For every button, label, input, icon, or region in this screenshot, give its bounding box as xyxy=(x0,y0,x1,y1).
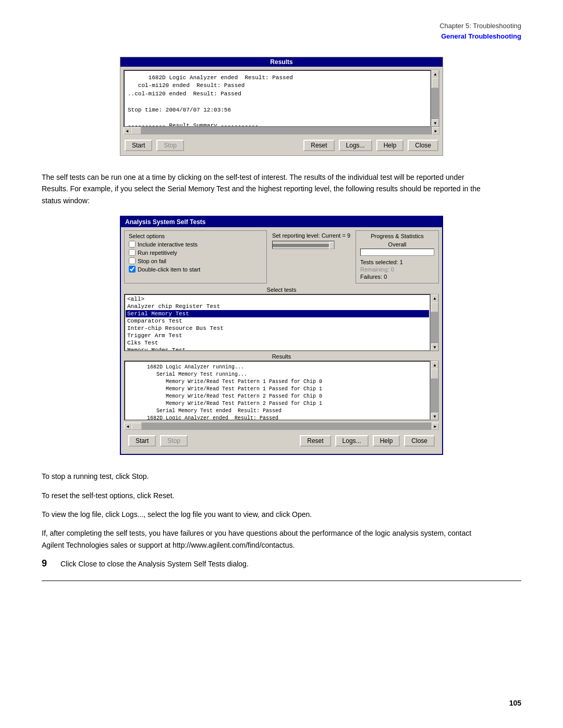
first-dialog-buttons: Start Stop Reset Logs... Help Close xyxy=(120,138,443,155)
page-divider xyxy=(42,581,521,581)
r-line-5: Memory Write/Read Test Pattern 2 Passed … xyxy=(128,393,426,400)
first-help-button[interactable]: Help xyxy=(376,140,404,151)
test-item-register[interactable]: Analyzer chip Register Test xyxy=(126,303,429,310)
first-results-dialog: Results 1682D Logic Analyzer ended Resul… xyxy=(120,57,443,156)
page-number: 105 xyxy=(509,699,521,707)
results-line-4 xyxy=(128,98,427,106)
second-results-wrapper: 1682D Logic Analyzer running... Serial M… xyxy=(124,361,439,421)
tests-scroll-thumb[interactable] xyxy=(431,302,438,312)
checkbox-repetitive-label: Run repetitively xyxy=(138,250,177,256)
checkbox-repetitive-input[interactable] xyxy=(129,249,136,256)
test-item-memory-modes[interactable]: Memory Modes Test xyxy=(126,347,429,351)
first-dialog-title: Results xyxy=(120,57,443,67)
slider-track xyxy=(273,244,334,247)
first-start-button[interactable]: Start xyxy=(125,140,152,151)
remaining-stat: Remaining: 0 xyxy=(360,266,434,273)
scroll-right-arrow[interactable]: ► xyxy=(432,127,439,134)
checkbox-repetitive: Run repetitively xyxy=(129,249,262,256)
reporting-slider-container[interactable] xyxy=(272,241,335,249)
results-h-thumb[interactable] xyxy=(131,423,142,430)
tests-list-area: <all> Analyzer chip Register Test Serial… xyxy=(124,294,439,351)
checkbox-interactive-label: Include interactive tests xyxy=(138,241,198,248)
test-item-comparators[interactable]: Comparators Test xyxy=(126,317,429,325)
second-logs-button[interactable]: Logs... xyxy=(335,435,369,447)
results-scroll-down[interactable]: ▼ xyxy=(431,413,438,420)
step-9-text: Click Close to close the Analysis System… xyxy=(60,558,249,570)
first-close-button[interactable]: Close xyxy=(408,140,438,151)
second-reset-button[interactable]: Reset xyxy=(300,435,331,447)
scroll-track xyxy=(432,78,439,119)
slider-thumb[interactable] xyxy=(329,242,334,249)
tests-scroll-up[interactable]: ▲ xyxy=(431,294,438,302)
results-line-2: col-mi120 ended Result: Passed xyxy=(128,82,427,90)
checkbox-double-click-input[interactable] xyxy=(129,266,136,273)
second-stop-button[interactable]: Stop xyxy=(160,435,188,447)
r-line-3: Memory Write/Read Test Pattern 1 Passed … xyxy=(128,378,426,386)
checkbox-stop-fail: Stop on fail xyxy=(129,257,262,264)
second-close-button[interactable]: Close xyxy=(404,435,435,447)
second-start-button[interactable]: Start xyxy=(128,435,156,447)
tests-list-scrollbar-v[interactable]: ▲ ▼ xyxy=(431,294,439,351)
first-reset-button[interactable]: Reset xyxy=(303,140,334,151)
tests-scroll-track xyxy=(431,302,438,343)
overall-progress-bar xyxy=(360,249,434,256)
scroll-h-thumb[interactable] xyxy=(131,127,141,134)
test-item-clks[interactable]: Clks Test xyxy=(126,339,429,347)
reporting-area: Set reporting level: Current = 9 xyxy=(270,230,352,283)
progress-stats-group: Progress & Statistics Overall Tests sele… xyxy=(356,230,439,283)
test-item-serial-memory[interactable]: Serial Memory Test xyxy=(126,310,429,317)
step-9-number: 9 xyxy=(42,558,60,569)
overall-label: Overall xyxy=(360,241,434,248)
para-reset: To reset the self-test options, click Re… xyxy=(42,490,490,501)
results-line-5: Stop time: 2004/07/07 12:03:56 xyxy=(128,106,427,114)
para-logs: To view the log file, click Logs..., sel… xyxy=(42,509,490,520)
first-dialog-scrollbar-h[interactable]: ◄ ► xyxy=(124,127,439,135)
results-scroll-up[interactable]: ▲ xyxy=(431,361,438,368)
second-results-scrollbar-h[interactable]: ◄ ► xyxy=(124,423,439,431)
tests-scroll-down[interactable]: ▼ xyxy=(431,343,438,351)
para-failures: If, after completing the self tests, you… xyxy=(42,527,490,551)
step-9-container: 9 Click Close to close the Analysis Syst… xyxy=(42,558,490,570)
second-results-label: Results xyxy=(124,353,439,360)
checkbox-stop-fail-label: Stop on fail xyxy=(138,258,166,264)
first-logs-button[interactable]: Logs... xyxy=(339,140,372,151)
r-line-7: Serial Memory Test ended Result: Passed xyxy=(128,408,426,415)
select-options-group: Select options Include interactive tests… xyxy=(124,230,267,283)
results-line-6 xyxy=(128,114,427,122)
results-scroll-right[interactable]: ► xyxy=(432,423,439,430)
second-dialog-buttons: Start Stop Reset Logs... Help Close xyxy=(124,433,439,451)
checkbox-stop-fail-input[interactable] xyxy=(129,257,136,264)
r-line-6: Memory Write/Read Test Pattern 2 Passed … xyxy=(128,400,426,408)
tests-listbox[interactable]: <all> Analyzer chip Register Test Serial… xyxy=(124,294,431,351)
select-options-label: Select options xyxy=(129,233,262,239)
first-dialog-scrollbar-v[interactable]: ▲ ▼ xyxy=(431,70,439,127)
r-line-1: 1682D Logic Analyzer running... xyxy=(128,364,426,371)
scroll-down-arrow[interactable]: ▼ xyxy=(432,119,439,127)
checkbox-double-click-label: Double-click item to start xyxy=(138,266,200,273)
test-item-interchip[interactable]: Inter-chip Resource Bus Test xyxy=(126,325,429,332)
failures-stat: Failures: 0 xyxy=(360,274,434,280)
self-tests-dialog: Analysis System Self Tests Select option… xyxy=(120,216,443,455)
results-scroll-left[interactable]: ◄ xyxy=(124,423,131,430)
results-scroll-track xyxy=(431,368,438,413)
tests-selected-stat: Tests selected: 1 xyxy=(360,259,434,265)
results-line-3: ..col-mi120 ended Result: Passed xyxy=(128,90,427,98)
scroll-h-track xyxy=(131,127,432,134)
checkbox-interactive-input[interactable] xyxy=(129,241,136,248)
results-line-7: ----------- Result Summary ----------- xyxy=(128,122,427,127)
results-h-track xyxy=(131,423,432,430)
scroll-up-arrow[interactable]: ▲ xyxy=(432,70,439,78)
select-tests-label: Select tests xyxy=(124,287,439,293)
results-scroll-thumb[interactable] xyxy=(431,368,438,379)
first-stop-button[interactable]: Stop xyxy=(156,140,184,151)
test-item-trigger-arm[interactable]: Trigger Arm Test xyxy=(126,332,429,339)
results-scrollbar-v[interactable]: ▲ ▼ xyxy=(431,361,439,421)
second-help-button[interactable]: Help xyxy=(373,435,400,447)
r-line-2: Serial Memory Test running... xyxy=(128,371,426,378)
progress-stats-label: Progress & Statistics xyxy=(360,233,434,239)
scroll-left-arrow[interactable]: ◄ xyxy=(124,127,131,134)
scroll-thumb[interactable] xyxy=(432,78,439,88)
test-item-all[interactable]: <all> xyxy=(126,295,429,303)
para-stop: To stop a running test, click Stop. xyxy=(42,471,490,482)
reporting-label: Set reporting level: Current = 9 xyxy=(272,232,350,239)
